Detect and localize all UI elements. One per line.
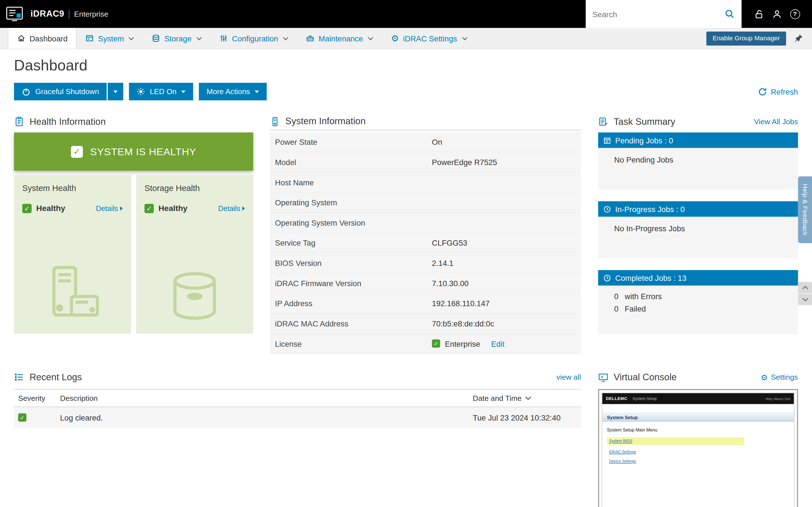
scroll-down-button[interactable] — [798, 294, 812, 305]
column-date-sort[interactable]: Date and Time — [473, 394, 581, 402]
refresh-button[interactable]: Refresh — [758, 87, 798, 96]
system-healthy-banner: ✓ SYSTEM IS HEALTHY — [14, 132, 253, 171]
brand-edition: Enterprise — [74, 10, 108, 18]
pending-jobs-group: Pending Jobs : 0 No Pending Jobs — [598, 132, 798, 189]
calendar-list-icon — [603, 136, 611, 144]
help-icon[interactable]: ? — [790, 9, 800, 19]
info-label: iDRAC MAC Address — [275, 319, 432, 328]
section-title: Recent Logs — [30, 372, 82, 383]
brand-name: iDRAC9 — [31, 9, 64, 19]
scroll-buttons — [798, 282, 812, 305]
info-label: Host Name — [275, 178, 432, 186]
console-titlebar: DELLEMC System Setup Help | About | Exit — [602, 393, 794, 404]
tab-idrac-settings[interactable]: ⚙ iDRAC Settings — [382, 28, 476, 48]
lock-icon[interactable] — [754, 9, 763, 19]
section-header: Health Information — [14, 113, 253, 130]
info-label: IP Address — [275, 299, 432, 307]
group-header-label: Pending Jobs : 0 — [615, 136, 673, 145]
count: 0 — [614, 292, 618, 300]
sliders-icon — [220, 34, 228, 42]
section-header: System Information — [270, 113, 581, 130]
completed-jobs-header: Completed Jobs : 13 — [598, 270, 798, 286]
details-label: Details — [96, 205, 118, 213]
band-title: System Setup — [607, 414, 638, 420]
storage-health-details-link[interactable]: Details — [218, 205, 245, 213]
scroll-up-button[interactable] — [798, 282, 812, 293]
details-label: Details — [218, 205, 241, 213]
info-label: Model — [275, 158, 432, 166]
info-row: iDRAC Firmware Version 7.10.30.00 — [270, 273, 581, 293]
info-label: Service Tag — [275, 238, 432, 247]
info-value: On — [432, 137, 442, 146]
tab-label: Configuration — [232, 34, 278, 43]
task-list-icon — [598, 116, 608, 127]
info-value: 70:b5:e8:de:dd:0c — [432, 319, 494, 328]
tab-dashboard[interactable]: Dashboard — [8, 28, 77, 48]
system-health-details-link[interactable]: Details — [96, 205, 123, 213]
info-row: Service Tag CLFGG53 — [270, 233, 581, 253]
description-cell: Log cleared. — [60, 413, 473, 422]
console-settings-link[interactable]: ⚙ Settings — [761, 373, 798, 381]
system-bios-link: System BIOS — [609, 439, 632, 444]
topbar-icons: ? — [742, 9, 812, 19]
tab-label: iDRAC Settings — [403, 34, 457, 43]
system-information-section: System Information Power State On Model … — [270, 113, 581, 354]
check-icon: ✓ — [432, 339, 440, 348]
info-row: Power State On — [270, 132, 581, 152]
group-header-label: In-Progress Jobs : 0 — [615, 205, 685, 213]
info-value: 192.168.110.147 — [432, 299, 490, 307]
logs-view-all-link[interactable]: view all — [556, 373, 581, 381]
gear-icon: ⚙ — [391, 34, 399, 43]
home-icon — [17, 34, 26, 42]
in-progress-jobs-body: No In-Progress Jobs — [598, 217, 798, 258]
column-description: Description — [60, 394, 473, 402]
search-box[interactable] — [586, 0, 742, 28]
in-progress-jobs-header: In-Progress Jobs : 0 — [598, 201, 798, 217]
chevron-down-icon — [368, 36, 373, 40]
help-feedback-tab[interactable]: Help & Feedback — [798, 176, 812, 243]
completed-errors-line: 0 with Errors — [614, 292, 798, 300]
idrac-logo-icon — [5, 6, 25, 22]
graceful-shutdown-dropdown-button[interactable] — [108, 83, 123, 100]
search-icon[interactable] — [725, 9, 735, 19]
pin-icon[interactable] — [794, 34, 803, 43]
refresh-icon — [758, 87, 767, 96]
user-icon[interactable] — [772, 9, 782, 19]
settings-label: Settings — [771, 373, 798, 381]
caret-down-icon — [255, 91, 259, 93]
button-label: Graceful Shutdown — [35, 87, 99, 96]
nav-right: Enable Group Manager — [706, 28, 812, 48]
system-icon — [86, 34, 94, 42]
info-value: PowerEdge R7525 — [432, 158, 497, 166]
storage-cylinder-icon — [168, 270, 221, 323]
health-information-section: Health Information ✓ SYSTEM IS HEALTHY S… — [14, 113, 253, 334]
in-progress-jobs-group: In-Progress Jobs : 0 No In-Progress Jobs — [598, 201, 798, 258]
more-actions-button[interactable]: More Actions — [199, 83, 266, 100]
view-all-jobs-link[interactable]: View All Jobs — [754, 117, 798, 126]
device-settings-link: Device Settings — [609, 459, 636, 464]
tab-label: Dashboard — [30, 34, 68, 43]
section-title: Health Information — [30, 116, 106, 127]
server-icon — [270, 116, 280, 126]
label: with Errors — [625, 292, 662, 300]
clipboard-icon — [14, 116, 24, 127]
search-input[interactable] — [592, 10, 724, 18]
tab-configuration[interactable]: Configuration — [211, 28, 297, 48]
chevron-down-icon — [462, 36, 467, 40]
info-label: Operating System — [275, 198, 432, 207]
tab-storage[interactable]: Storage — [143, 28, 211, 48]
console-header-title: System Setup — [633, 396, 657, 401]
led-on-button[interactable]: LED On — [129, 83, 193, 100]
log-row[interactable]: ✓ Log cleared. Tue Jul 23 2024 10:32:40 — [14, 407, 581, 428]
info-label: Power State — [275, 137, 432, 146]
enable-group-manager-button[interactable]: Enable Group Manager — [706, 31, 786, 45]
virtual-console-preview[interactable]: DELLEMC System Setup Help | About | Exit… — [598, 389, 798, 507]
check-icon: ✓ — [22, 204, 32, 213]
actions-toolbar: Graceful Shutdown LED On More Actions — [14, 83, 798, 100]
caret-down-icon — [114, 91, 118, 93]
graceful-shutdown-button[interactable]: Graceful Shutdown — [14, 83, 107, 100]
tab-maintenance[interactable]: Maintenance — [297, 28, 382, 48]
tab-system[interactable]: System — [77, 28, 143, 48]
license-edit-link[interactable]: Edit — [491, 339, 504, 348]
health-cards: System Health ✓ Healthy Details — [14, 175, 253, 334]
